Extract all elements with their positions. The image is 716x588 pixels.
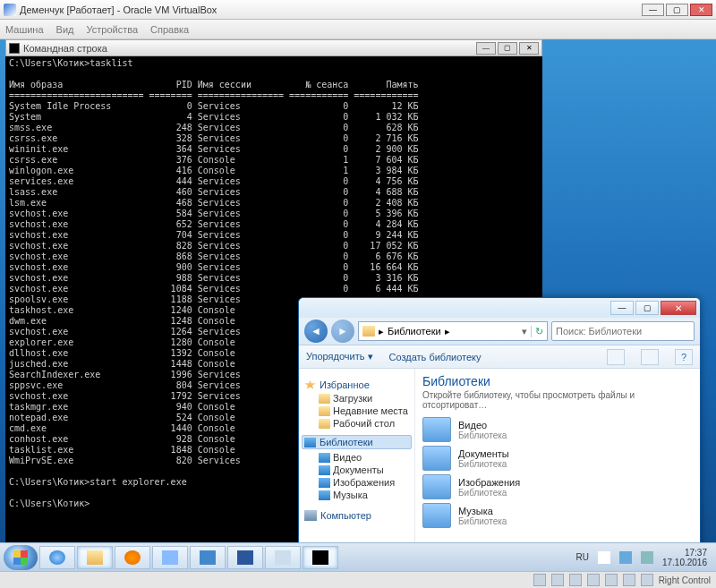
library-icon <box>422 417 451 442</box>
taskbar-cmd[interactable] <box>303 546 338 569</box>
back-button[interactable]: ◄ <box>304 320 328 343</box>
preview-pane-icon[interactable] <box>641 349 659 365</box>
vb-menubar: Машина Вид Устройства Справка <box>0 20 716 39</box>
page-subtitle: Откройте библиотеку, чтобы просмотреть ф… <box>422 390 693 410</box>
sidebar-item-desktop[interactable]: Рабочий стол <box>303 417 411 430</box>
taskbar-notepad[interactable] <box>265 546 301 569</box>
sidebar-item-images[interactable]: Изображения <box>303 476 411 489</box>
library-item[interactable]: ДокументыБиблиотека <box>422 446 693 471</box>
library-item[interactable]: МузыкаБиблиотека <box>422 503 693 528</box>
dropdown-icon[interactable]: ▾ <box>522 326 527 337</box>
library-name: Музыка <box>458 506 507 516</box>
vb-mouse-icon[interactable] <box>641 574 653 586</box>
cmd-titlebar[interactable]: Командная строка — ▢ ✕ <box>5 39 542 56</box>
images-icon <box>319 478 330 488</box>
library-sub: Библиотека <box>458 459 509 469</box>
vb-close-button[interactable]: ✕ <box>690 4 712 16</box>
explorer-minimize-button[interactable]: — <box>610 301 634 315</box>
cmd-maximize-button[interactable]: ▢ <box>498 42 517 55</box>
library-item[interactable]: ИзображенияБиблиотека <box>422 474 693 499</box>
folder-icon <box>319 419 330 429</box>
vb-menu-help[interactable]: Справка <box>150 24 189 35</box>
folder-icon <box>319 394 330 404</box>
explorer-sidebar: Избранное Загрузки Недавние места Рабочи… <box>299 369 415 551</box>
breadcrumb-text[interactable]: Библиотеки <box>388 326 441 337</box>
ie-icon <box>49 550 65 565</box>
forward-button[interactable]: ► <box>331 320 354 343</box>
vb-hdd-icon[interactable] <box>533 574 546 586</box>
organize-button[interactable]: Упорядочить ▾ <box>306 351 373 362</box>
vb-minimize-button[interactable]: — <box>642 4 664 16</box>
window-icon <box>162 550 178 565</box>
library-icon <box>422 474 451 499</box>
taskbar-mediaplayer[interactable] <box>115 546 150 569</box>
vb-menu-view[interactable]: Вид <box>56 24 74 35</box>
library-name: Документы <box>458 448 509 459</box>
taskbar-word[interactable] <box>227 546 263 569</box>
sidebar-libraries[interactable]: Библиотеки <box>302 435 412 449</box>
cmd-close-button[interactable]: ✕ <box>519 42 539 55</box>
folder-icon <box>319 406 330 416</box>
explorer-maximize-button[interactable]: ▢ <box>635 301 659 315</box>
library-name: Видео <box>458 420 507 430</box>
vb-cd-icon[interactable] <box>551 574 564 586</box>
library-icon <box>422 446 451 471</box>
taskbar-app2[interactable] <box>190 546 226 569</box>
guest-desktop: Командная строка — ▢ ✕ C:\Users\Котик>ta… <box>0 39 716 571</box>
library-sub: Библиотека <box>458 516 507 526</box>
explorer-navbar: ◄ ► ▸ Библиотеки ▸ ▾ ↻ <box>299 318 700 345</box>
clock[interactable]: 17:37 17.10.2016 <box>662 548 707 567</box>
breadcrumb-sep: ▸ <box>445 326 450 337</box>
vb-net-icon[interactable] <box>569 574 582 586</box>
notepad-icon <box>275 550 291 565</box>
cmd-icon <box>312 550 328 565</box>
explorer-close-button[interactable]: ✕ <box>661 301 696 315</box>
create-library-button[interactable]: Создать библиотеку <box>389 352 482 362</box>
vb-maximize-button[interactable]: ▢ <box>666 4 688 16</box>
sidebar-item-video[interactable]: Видео <box>303 451 411 464</box>
tiles-icon <box>200 550 216 565</box>
sidebar-item-recent[interactable]: Недавние места <box>303 405 411 417</box>
system-tray: RU 17:37 17.10.2016 <box>575 548 712 567</box>
explorer-toolbar: Упорядочить ▾ Создать библиотеку ? <box>299 345 700 369</box>
tray-flag-icon[interactable] <box>598 551 610 564</box>
explorer-titlebar[interactable]: — ▢ ✕ <box>299 298 700 318</box>
media-icon <box>124 550 141 565</box>
taskbar-explorer[interactable] <box>77 546 113 569</box>
search-input[interactable] <box>551 321 695 341</box>
explorer-main: Библиотеки Откройте библиотеку, чтобы пр… <box>415 369 700 551</box>
library-sub: Библиотека <box>458 488 520 498</box>
view-options-icon[interactable] <box>607 349 625 365</box>
music-icon <box>319 490 330 500</box>
taskbar-app1[interactable] <box>152 546 188 569</box>
sidebar-item-documents[interactable]: Документы <box>303 464 411 476</box>
computer-icon <box>304 510 317 521</box>
address-bar[interactable]: ▸ Библиотеки ▸ ▾ ↻ <box>358 321 548 341</box>
start-button[interactable] <box>4 545 38 570</box>
vb-statusbar: Right Control <box>0 571 716 588</box>
help-icon[interactable]: ? <box>675 349 693 365</box>
library-name: Изображения <box>458 477 520 488</box>
vb-titlebar: Деменчук [Работает] - Oracle VM VirtualB… <box>0 0 716 20</box>
sidebar-computer[interactable]: Компьютер <box>304 510 411 521</box>
sidebar-item-music[interactable]: Музыка <box>303 489 411 501</box>
clock-time: 17:37 <box>662 548 707 558</box>
library-sub: Библиотека <box>458 430 507 440</box>
cmd-title-text: Командная строка <box>23 43 474 54</box>
vb-menu-machine[interactable]: Машина <box>5 24 44 35</box>
vb-shared-icon[interactable] <box>605 574 618 586</box>
tray-sound-icon[interactable] <box>641 551 653 564</box>
sidebar-item-downloads[interactable]: Загрузки <box>303 392 411 405</box>
library-icon <box>422 503 451 528</box>
sidebar-favorites[interactable]: Избранное <box>304 379 411 390</box>
taskbar-ie[interactable] <box>39 546 75 569</box>
refresh-icon[interactable]: ↻ <box>531 326 543 337</box>
vb-menu-devices[interactable]: Устройства <box>86 24 138 35</box>
vb-display-icon[interactable] <box>623 574 635 586</box>
library-item[interactable]: ВидеоБиблиотека <box>422 417 693 442</box>
virtualbox-icon <box>4 4 16 16</box>
tray-network-icon[interactable] <box>619 551 632 564</box>
vb-usb-icon[interactable] <box>587 574 600 586</box>
cmd-minimize-button[interactable]: — <box>476 42 496 55</box>
language-indicator[interactable]: RU <box>575 552 588 562</box>
